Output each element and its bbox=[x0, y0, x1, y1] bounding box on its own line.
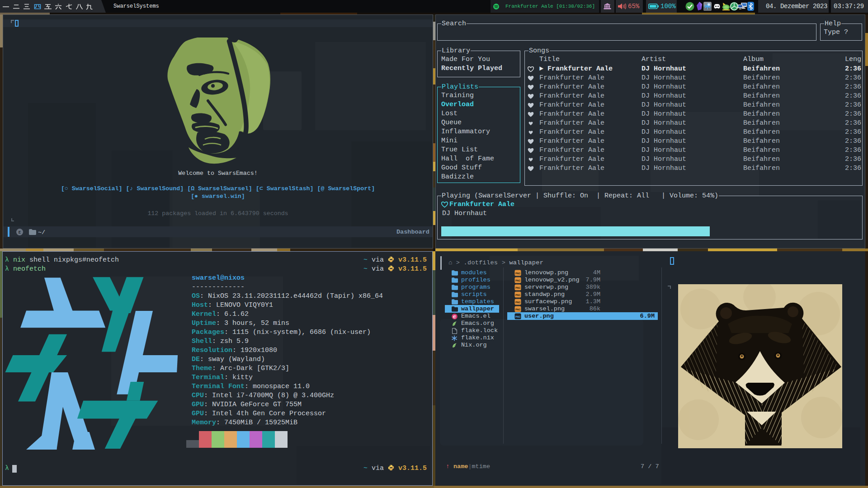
svg-text:PNG: PNG bbox=[515, 315, 520, 318]
svg-text:PNG: PNG bbox=[515, 308, 520, 311]
svg-text:PNG: PNG bbox=[515, 272, 520, 275]
svg-text:E: E bbox=[19, 230, 21, 235]
svg-text:PNG: PNG bbox=[515, 286, 520, 289]
svg-text:PNG: PNG bbox=[515, 279, 520, 282]
svg-text:PNG: PNG bbox=[515, 294, 520, 296]
svg-text:PNG: PNG bbox=[515, 301, 520, 304]
